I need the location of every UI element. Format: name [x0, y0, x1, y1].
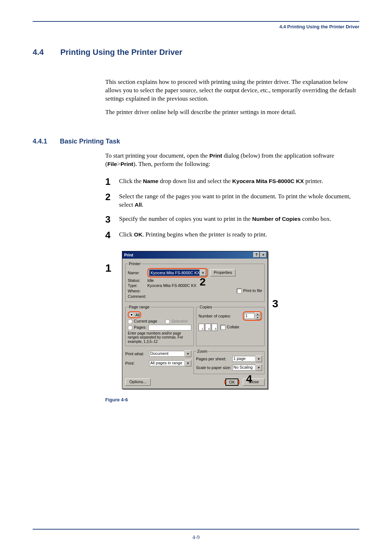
scale-select[interactable]: No Scaling▼: [232, 364, 262, 371]
callout-2: 2: [200, 276, 206, 288]
comment-label: Comment:: [128, 294, 147, 299]
step-1: 1 Click the Name drop down list and sele…: [105, 177, 359, 187]
chevron-down-icon: ▼: [256, 356, 262, 362]
callout-4: 4: [246, 373, 252, 385]
status-label: Status:: [128, 278, 147, 283]
page-range-legend: Page range: [128, 305, 151, 309]
ok-button[interactable]: OK: [225, 378, 238, 386]
printer-legend: Printer: [128, 262, 142, 266]
dialog-title: Print: [124, 253, 133, 257]
running-header: 4.4 Printing Using the Printer Driver: [33, 22, 359, 29]
step-text-1: Click the Name drop down list and select…: [119, 177, 359, 186]
chevron-down-icon: ▼: [256, 364, 262, 371]
collate-checkbox[interactable]: Collate: [220, 325, 239, 330]
where-label: Where:: [128, 289, 147, 293]
ok-button-highlight: OK: [224, 379, 240, 385]
print-dialog-figure: 1 2 3 4 Print ? × Printer Name: Kyocera …: [105, 251, 359, 389]
print-label: Print:: [125, 361, 149, 365]
pages-hint: Enter page numbers and/or page ranges se…: [128, 331, 191, 344]
intro-block: This section explains how to proceed wit…: [105, 78, 359, 117]
page-number: 4-9: [0, 534, 392, 540]
name-select-highlight: Kyocera Mita FS-8000C KX ▼: [147, 268, 208, 278]
callout-3: 3: [272, 297, 278, 310]
pps-label: Pages per sheet:: [196, 357, 232, 361]
subsection-title: Basic Printing Task: [60, 138, 120, 145]
step-3: 3 Specify the number of copies you want …: [105, 214, 359, 225]
name-label: Name:: [128, 271, 147, 275]
step-number-2: 2: [105, 192, 119, 202]
subsection-heading: 4.4.1 Basic Printing Task: [33, 138, 359, 145]
chevron-down-icon[interactable]: ▼: [200, 270, 206, 276]
printer-name-value: Kyocera Mita FS-8000C KX: [149, 270, 200, 276]
step-text-2: Select the range of the pages you want t…: [119, 192, 359, 209]
printer-name-select[interactable]: Kyocera Mita FS-8000C KX ▼: [149, 269, 207, 276]
chevron-down-icon: ▼: [185, 351, 191, 357]
all-radio[interactable]: [129, 312, 134, 317]
print-what-label: Print what:: [125, 352, 149, 356]
scale-label: Scale to paper size:: [196, 365, 232, 370]
step-2: 2 Select the range of the pages you want…: [105, 192, 359, 209]
section-heading: 4.4 Printing Using the Printer Driver: [33, 48, 359, 57]
zoom-group: Zoom Pages per sheet: 1 page▼ Scale to p…: [193, 349, 265, 374]
options-button[interactable]: Options...: [125, 378, 151, 386]
figure-caption: Figure 4-6: [105, 397, 359, 402]
all-radio-highlight: All: [128, 311, 141, 318]
callout-1: 1: [105, 262, 111, 274]
section-title: Printing Using the Printer Driver: [60, 48, 182, 57]
section-number: 4.4: [33, 48, 58, 57]
type-label: Type:: [128, 283, 147, 288]
copies-legend: Copies: [199, 305, 213, 309]
copies-group: Copies Number of copies: 1 ▲▼: [196, 305, 265, 346]
dialog-titlebar[interactable]: Print ? ×: [122, 251, 268, 259]
copies-spinner[interactable]: ▲▼: [255, 312, 261, 320]
zoom-legend: Zoom: [196, 349, 208, 353]
copies-input[interactable]: 1: [244, 313, 254, 319]
step-number-4: 4: [105, 230, 119, 240]
page-range-group: Page range All Current page Selection Pa…: [125, 305, 194, 346]
print-select[interactable]: All pages in range▼: [149, 360, 191, 366]
steps-list: 1 Click the Name drop down list and sele…: [105, 177, 359, 240]
footer-rule: [33, 529, 359, 530]
selection-radio: Selection: [165, 319, 188, 324]
print-to-file-checkbox[interactable]: Print to file: [237, 288, 262, 293]
intro-p1: This section explains how to proceed wit…: [105, 78, 359, 103]
collate-icon: [199, 324, 217, 331]
chevron-down-icon: ▼: [185, 360, 191, 366]
step-text-4: Click OK. Printing begins when the print…: [119, 230, 359, 239]
step-number-1: 1: [105, 177, 119, 187]
pages-input[interactable]: [148, 325, 191, 331]
help-icon[interactable]: ?: [253, 252, 260, 258]
copies-label: Number of copies:: [199, 314, 243, 318]
printer-group: Printer Name: Kyocera Mita FS-8000C KX ▼…: [125, 262, 265, 302]
step-text-3: Specify the number of copies you want to…: [119, 214, 359, 223]
pages-radio[interactable]: Pages:: [128, 325, 146, 330]
copies-input-highlight: 1 ▲▼: [243, 311, 262, 321]
close-icon[interactable]: ×: [260, 252, 266, 258]
step-number-3: 3: [105, 214, 119, 225]
intro-p2: The printer driver online help will desc…: [105, 108, 359, 117]
subsection-intro: To start printing your document, open th…: [105, 152, 359, 169]
print-what-select[interactable]: Document▼: [149, 351, 191, 357]
subsection-number: 4.4.1: [33, 138, 58, 145]
properties-button[interactable]: Properties: [210, 269, 236, 276]
print-dialog: Print ? × Printer Name: Kyocera Mita FS-…: [122, 251, 268, 389]
pps-select[interactable]: 1 page▼: [232, 356, 262, 362]
current-page-radio[interactable]: Current page: [128, 319, 157, 324]
step-4: 4 Click OK. Printing begins when the pri…: [105, 230, 359, 240]
